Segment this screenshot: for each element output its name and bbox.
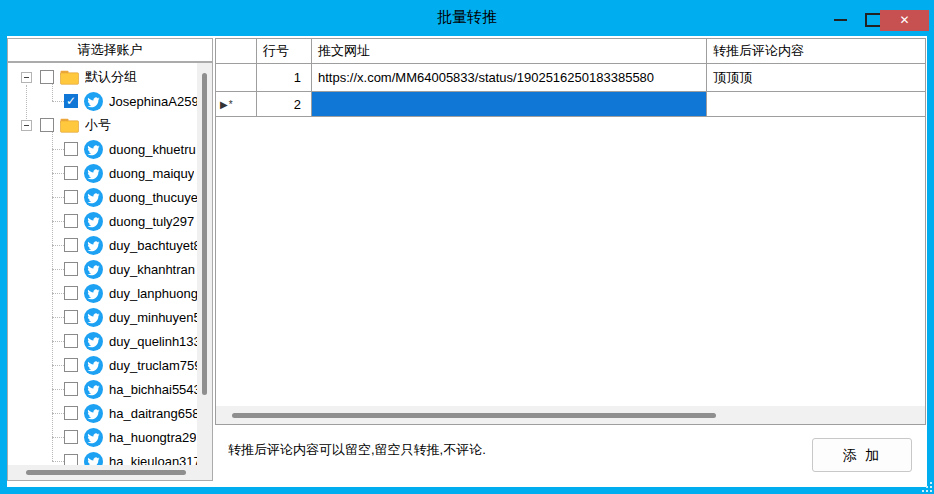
tree-item-label: duy_truclam759 (109, 358, 197, 373)
checkbox[interactable] (64, 334, 78, 348)
titlebar: 批量转推 ✕ (0, 0, 934, 36)
tree-item-label: ha_huongtra29 (109, 430, 196, 445)
checkbox[interactable] (64, 406, 78, 420)
tree-item-label: duy_minhuyen5 (109, 310, 197, 325)
url-cell-selected[interactable] (312, 92, 707, 117)
lineno-cell[interactable]: 2 (257, 92, 312, 117)
checkbox[interactable] (64, 94, 78, 108)
tree-item-label: ha_kieuloan317 (109, 454, 197, 466)
comment-cell[interactable]: 顶顶顶 (707, 64, 925, 92)
twitter-icon (84, 164, 103, 183)
twitter-icon (84, 92, 103, 111)
expand-icon[interactable] (21, 120, 32, 131)
resize-grip[interactable] (922, 482, 932, 492)
tree-item[interactable]: ha_huongtra29 (8, 425, 197, 449)
comment-cell[interactable] (707, 92, 925, 117)
checkbox[interactable] (64, 454, 78, 465)
tree-vertical-scrollbar[interactable] (197, 63, 212, 465)
account-tree-panel: 默认分组 JosephinaA259 小号 (7, 62, 213, 481)
twitter-icon (84, 260, 103, 279)
checkbox[interactable] (64, 310, 78, 324)
checkbox[interactable] (64, 214, 78, 228)
checkbox[interactable] (64, 286, 78, 300)
twitter-icon (84, 356, 103, 375)
grid-horizontal-scrollbar[interactable] (216, 406, 925, 424)
checkbox[interactable] (64, 430, 78, 444)
col-header-url[interactable]: 推文网址 (312, 39, 707, 64)
checkbox[interactable] (64, 142, 78, 156)
twitter-icon (84, 404, 103, 423)
grid-horizontal-scrollbar-thumb[interactable] (232, 413, 716, 418)
checkbox[interactable] (40, 70, 54, 84)
tree-horizontal-scrollbar[interactable] (8, 465, 197, 480)
tree-item-label: duong_thucuye (109, 190, 197, 205)
tree-horizontal-scrollbar-thumb[interactable] (26, 470, 186, 475)
tree-item[interactable]: ha_bichhai5543 (8, 377, 197, 401)
add-button[interactable]: 添 加 (812, 438, 912, 472)
tree-item-label: duy_quelinh133 (109, 334, 197, 349)
tree-item[interactable]: ha_kieuloan317 (8, 449, 197, 465)
twitter-icon (84, 188, 103, 207)
url-cell[interactable]: https://x.com/MM64005833/status/19025162… (312, 64, 707, 92)
checkbox[interactable] (64, 190, 78, 204)
twitter-icon (84, 284, 103, 303)
grid-empty-area (216, 117, 925, 406)
tree-item[interactable]: duong_tuly297 (8, 209, 197, 233)
hint-text: 转推后评论内容可以留空,留空只转推,不评论. (228, 441, 486, 459)
tree-item[interactable]: duy_quelinh133 (8, 329, 197, 353)
twitter-icon (84, 140, 103, 159)
tree-vertical-scrollbar-thumb[interactable] (202, 73, 207, 395)
checkbox[interactable] (64, 166, 78, 180)
expand-icon[interactable] (21, 72, 32, 83)
checkbox[interactable] (64, 238, 78, 252)
twitter-icon (84, 236, 103, 255)
tree-item-label: 默认分组 (85, 68, 137, 86)
tree-item[interactable]: ha_daitrang658 (8, 401, 197, 425)
col-header-lineno[interactable]: 行号 (257, 39, 312, 64)
twitter-icon (84, 308, 103, 327)
tree-item[interactable]: duy_minhuyen5 (8, 305, 197, 329)
tree-item[interactable]: 默认分组 (8, 65, 197, 89)
tree-item[interactable]: duy_khanhtran (8, 257, 197, 281)
tree-item-label: duong_khuetru (109, 142, 196, 157)
tree-item[interactable]: duy_lanphuong (8, 281, 197, 305)
tree-item-label: ha_daitrang658 (109, 406, 197, 421)
scrollbar-corner (197, 465, 212, 480)
checkbox[interactable] (64, 358, 78, 372)
tree-item[interactable]: duy_truclam759 (8, 353, 197, 377)
account-panel-header: 请选择账户 (7, 38, 213, 62)
row-indicator[interactable]: ▶* (216, 92, 257, 117)
row-indicator[interactable] (216, 64, 257, 92)
tree-item-label: ha_bichhai5543 (109, 382, 197, 397)
tweet-grid: 行号 推文网址 转推后评论内容 1 https://x.com/MM640058… (215, 38, 926, 425)
col-header-comment[interactable]: 转推后评论内容 (707, 39, 925, 64)
tree-item-label: duy_khanhtran (109, 262, 195, 277)
twitter-icon (84, 428, 103, 447)
grid-row: ▶* 2 (216, 92, 925, 117)
tree-item[interactable]: duong_maiquy (8, 161, 197, 185)
grid-row: 1 https://x.com/MM64005833/status/190251… (216, 64, 925, 92)
minimize-icon[interactable] (830, 0, 852, 34)
folder-icon (60, 118, 79, 133)
tree-item[interactable]: duy_bachtuyet8 (8, 233, 197, 257)
tree-item-label: duy_bachtuyet8 (109, 238, 197, 253)
lineno-cell[interactable]: 1 (257, 64, 312, 92)
grid-header-row: 行号 推文网址 转推后评论内容 (216, 39, 925, 64)
col-header-rowmark[interactable] (216, 39, 257, 64)
twitter-icon (84, 332, 103, 351)
window-title: 批量转推 (0, 0, 934, 36)
folder-icon (60, 70, 79, 85)
tree-item[interactable]: duong_khuetru (8, 137, 197, 161)
tree-item-label: 小号 (85, 116, 111, 134)
account-tree: 默认分组 JosephinaA259 小号 (8, 63, 197, 465)
twitter-icon (84, 212, 103, 231)
app-window: 批量转推 ✕ 请选择账户 默认分组 (0, 0, 934, 494)
checkbox[interactable] (64, 382, 78, 396)
checkbox[interactable] (64, 262, 78, 276)
tree-item-label: duy_lanphuong (109, 286, 197, 301)
tree-item[interactable]: JosephinaA259 (8, 89, 197, 113)
tree-item[interactable]: duong_thucuye (8, 185, 197, 209)
close-icon[interactable]: ✕ (880, 10, 929, 31)
checkbox[interactable] (40, 118, 54, 132)
tree-item[interactable]: 小号 (8, 113, 197, 137)
